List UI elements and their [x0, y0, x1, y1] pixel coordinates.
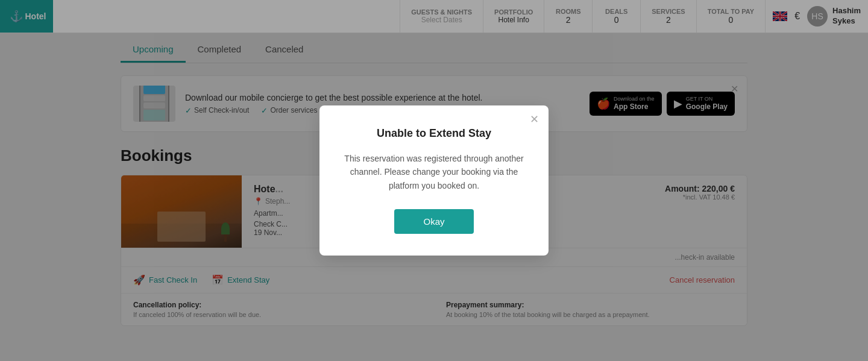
modal-overlay[interactable]: ✕ Unable to Extend Stay This reservation…	[0, 0, 868, 361]
modal-okay-button[interactable]: Okay	[394, 209, 473, 234]
extend-stay-modal: ✕ Unable to Extend Stay This reservation…	[319, 105, 549, 256]
modal-close-button[interactable]: ✕	[530, 114, 539, 125]
modal-body: This reservation was registered through …	[344, 152, 524, 192]
modal-title: Unable to Extend Stay	[344, 127, 524, 140]
